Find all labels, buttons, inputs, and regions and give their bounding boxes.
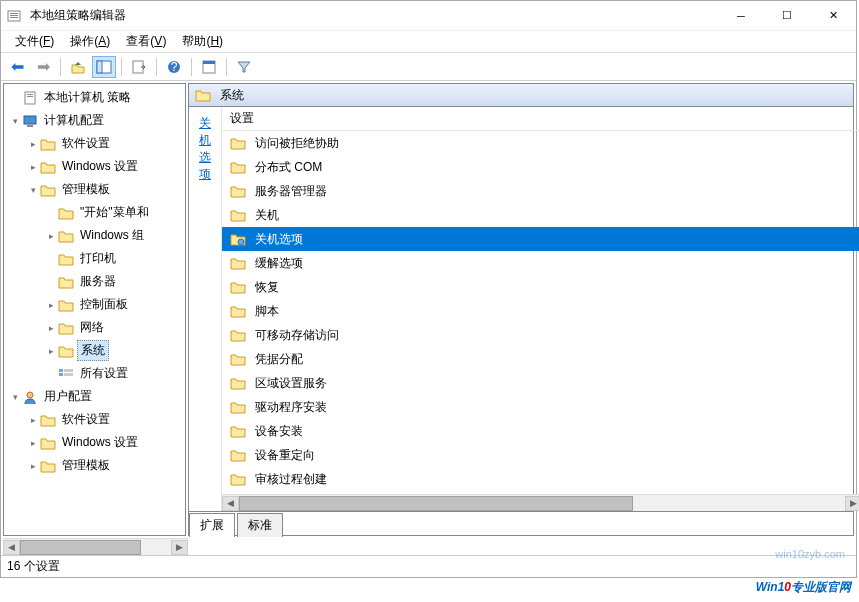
- menu-view[interactable]: 查看(V): [118, 31, 174, 52]
- tree-system[interactable]: ▸系统: [4, 339, 185, 362]
- export-button[interactable]: [127, 56, 151, 78]
- list-item[interactable]: 设备重定向: [222, 443, 859, 467]
- tree-control-panel[interactable]: ▸控制面板: [4, 293, 185, 316]
- folder-icon: [230, 447, 246, 463]
- tree-windows-settings-2[interactable]: ▸Windows 设置: [4, 431, 185, 454]
- tree-network[interactable]: ▸网络: [4, 316, 185, 339]
- list-item-label: 脚本: [255, 303, 279, 320]
- list-item[interactable]: 审核过程创建: [222, 467, 859, 491]
- show-hide-tree-button[interactable]: [92, 56, 116, 78]
- close-button[interactable]: ✕: [810, 1, 856, 31]
- folder-icon: [230, 399, 246, 415]
- list-item[interactable]: 设备安装: [222, 419, 859, 443]
- list-item[interactable]: 恢复: [222, 275, 859, 299]
- chevron-icon[interactable]: ▾: [8, 116, 22, 126]
- tree-windows-components[interactable]: ▸Windows 组: [4, 224, 185, 247]
- scroll-right-button[interactable]: ▶: [171, 540, 188, 555]
- up-button[interactable]: [66, 56, 90, 78]
- minimize-button[interactable]: ─: [718, 1, 764, 31]
- list-item[interactable]: 关机选项: [222, 227, 859, 251]
- tree-computer-config[interactable]: ▾计算机配置: [4, 109, 185, 132]
- list-item-label: 关机: [255, 207, 279, 224]
- tab-extended[interactable]: 扩展: [189, 513, 235, 537]
- tree-item-label: 打印机: [77, 249, 119, 268]
- description-title-link[interactable]: 关机选项: [199, 116, 211, 181]
- list-item[interactable]: 服务器管理器: [222, 179, 859, 203]
- folder-icon: [230, 327, 246, 343]
- chevron-icon[interactable]: ▸: [26, 415, 40, 425]
- chevron-icon[interactable]: ▸: [26, 461, 40, 471]
- menu-file[interactable]: 文件(F): [7, 31, 62, 52]
- svg-rect-18: [59, 373, 63, 376]
- folder-icon: [40, 182, 56, 198]
- user-icon: [22, 389, 38, 405]
- list-item[interactable]: 凭据分配: [222, 347, 859, 371]
- chevron-icon[interactable]: ▸: [44, 300, 58, 310]
- properties-button[interactable]: [197, 56, 221, 78]
- list-item[interactable]: 缓解选项: [222, 251, 859, 275]
- maximize-button[interactable]: ☐: [764, 1, 810, 31]
- computer-icon: [22, 113, 38, 129]
- tree-item-label: "开始"菜单和: [77, 203, 152, 222]
- back-button[interactable]: ⬅: [5, 56, 29, 78]
- tree-all-settings[interactable]: 所有设置: [4, 362, 185, 385]
- folder-icon: [40, 159, 56, 175]
- menu-help[interactable]: 帮助(H): [174, 31, 231, 52]
- forward-button[interactable]: ➡: [31, 56, 55, 78]
- tree-horizontal-scrollbar[interactable]: ◀ ▶: [3, 538, 188, 555]
- folder-icon: [230, 207, 246, 223]
- scroll-left-button[interactable]: ◀: [222, 496, 239, 511]
- tree-admin-templates[interactable]: ▾管理模板: [4, 178, 185, 201]
- list-item-label: 缓解选项: [255, 255, 303, 272]
- tree-view[interactable]: 本地计算机 策略▾计算机配置▸软件设置▸Windows 设置▾管理模板"开始"菜…: [3, 83, 186, 536]
- chevron-icon[interactable]: ▾: [8, 392, 22, 402]
- scroll-left-button[interactable]: ◀: [3, 540, 20, 555]
- list-item-label: 审核过程创建: [255, 471, 327, 488]
- scroll-right-button[interactable]: ▶: [845, 496, 859, 511]
- separator: [156, 58, 157, 76]
- svg-point-20: [27, 392, 33, 398]
- tree-item-label: Windows 组: [77, 226, 147, 245]
- list-item-label: 设备安装: [255, 423, 303, 440]
- tree-windows-settings[interactable]: ▸Windows 设置: [4, 155, 185, 178]
- list-column-header[interactable]: 设置: [222, 107, 859, 131]
- list-item[interactable]: 驱动程序安装: [222, 395, 859, 419]
- chevron-icon[interactable]: ▸: [26, 438, 40, 448]
- svg-rect-5: [97, 61, 102, 73]
- horizontal-scrollbar[interactable]: ◀ ▶: [222, 494, 859, 511]
- list-item[interactable]: 可移动存储访问: [222, 323, 859, 347]
- tree-software-settings[interactable]: ▸软件设置: [4, 132, 185, 155]
- folder-icon: [230, 279, 246, 295]
- chevron-icon[interactable]: ▾: [26, 185, 40, 195]
- folder-icon: [230, 135, 246, 151]
- tree-user-config[interactable]: ▾用户配置: [4, 385, 185, 408]
- list-item[interactable]: 访问被拒绝协助: [222, 131, 859, 155]
- chevron-icon[interactable]: ▸: [44, 231, 58, 241]
- list-item[interactable]: 脚本: [222, 299, 859, 323]
- folder-icon: [58, 320, 74, 336]
- chevron-icon[interactable]: ▸: [44, 346, 58, 356]
- list-item[interactable]: 关机: [222, 203, 859, 227]
- folder-icon: [195, 87, 211, 103]
- folder-gear-icon: [230, 231, 246, 247]
- tree-software-settings-2[interactable]: ▸软件设置: [4, 408, 185, 431]
- app-icon: [7, 8, 23, 24]
- chevron-icon[interactable]: ▸: [44, 323, 58, 333]
- chevron-icon[interactable]: ▸: [26, 139, 40, 149]
- list-item-label: 可移动存储访问: [255, 327, 339, 344]
- list-item[interactable]: 区域设置服务: [222, 371, 859, 395]
- tab-standard[interactable]: 标准: [237, 513, 283, 537]
- tree-admin-templates-2[interactable]: ▸管理模板: [4, 454, 185, 477]
- chevron-icon[interactable]: ▸: [26, 162, 40, 172]
- help-button[interactable]: ?: [162, 56, 186, 78]
- menu-action[interactable]: 操作(A): [62, 31, 118, 52]
- tree-printers[interactable]: 打印机: [4, 247, 185, 270]
- filter-button[interactable]: [232, 56, 256, 78]
- svg-rect-19: [64, 373, 73, 376]
- tree-start-menu[interactable]: "开始"菜单和: [4, 201, 185, 224]
- list-item[interactable]: 分布式 COM: [222, 155, 859, 179]
- list-view[interactable]: 访问被拒绝协助分布式 COM服务器管理器关机关机选项缓解选项恢复脚本可移动存储访…: [222, 131, 859, 494]
- tree-servers[interactable]: 服务器: [4, 270, 185, 293]
- tree-root[interactable]: 本地计算机 策略: [4, 86, 185, 109]
- window-title: 本地组策略编辑器: [26, 7, 718, 24]
